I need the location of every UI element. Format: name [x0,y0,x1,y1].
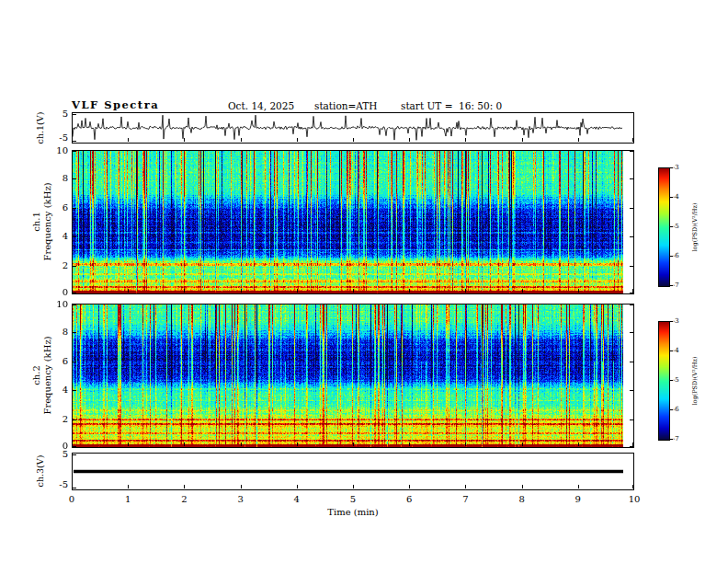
colorbar-tick-mark [670,409,673,410]
x-tick-mark [409,289,410,293]
y-tick-mark [630,332,633,333]
x-tick-mark [465,289,466,293]
x-tick-mark [241,138,242,142]
y-tick-mark [73,362,76,362]
y-tick-mark [73,266,76,267]
x-tick-mark [578,442,579,446]
figure-title: VLF Spectra [72,98,159,111]
freq-tick-label: 6 [51,356,68,367]
colorbar-tick-label: -5 [673,376,679,384]
ch2-colorbar-label: log(PSD)(V²/Hz) [692,357,699,406]
colorbar-tick-label: -4 [673,193,679,201]
x-tick-label: 5 [344,494,362,505]
ch1-spec-ylabel: ch.1 Frequency (kHz) [31,182,52,260]
ch1-wave-ylabel: ch.1(V) [36,112,46,144]
x-tick-mark [128,138,129,142]
x-tick-mark [522,485,523,488]
y-tick-mark [73,236,76,237]
x-tick-label: 0 [63,494,81,505]
x-tick-mark [128,485,129,488]
freq-tick-label: 10 [51,299,68,310]
x-tick-mark [578,138,579,142]
freq-tick-label: 2 [51,260,68,271]
ch2-spectrogram-panel [72,304,634,448]
ch2-colorbar-canvas [659,322,669,440]
colorbar-tick-mark [670,350,673,351]
freq-tick-label: 0 [51,287,68,298]
y-tick-mark [630,151,633,152]
ch1-spectrogram-panel [72,150,634,294]
x-tick-mark [409,485,410,488]
x-tick-mark [184,289,185,293]
ch1-wave-ymax-label: 5 [46,109,68,120]
x-tick-mark [184,442,185,446]
ch2-spec-ylabel-line2: Frequency (kHz) [41,336,52,414]
y-tick-mark [630,236,633,237]
x-tick-mark [632,485,633,488]
ch1-colorbar-canvas [659,168,669,286]
x-tick-mark [241,442,242,446]
x-tick-mark [522,289,523,293]
x-tick-mark [297,485,298,488]
colorbar-tick-mark [670,256,673,257]
colorbar-tick-label: -4 [673,347,679,354]
x-tick-mark [241,485,242,488]
x-tick-label: 6 [400,494,418,505]
colorbar-tick-label: -7 [673,435,679,442]
ch1-colorbar-label: log(PSD)(V²/Hz) [692,203,699,252]
y-tick-mark [73,304,76,305]
freq-tick-label: 8 [51,327,68,338]
y-tick-mark [73,488,76,488]
y-tick-mark [630,293,633,293]
x-tick-mark [241,289,242,293]
x-tick-label: 1 [119,494,137,505]
y-tick-mark [73,293,76,293]
x-tick-mark [465,485,466,488]
colorbar-tick-label: -6 [673,252,679,259]
ch2-spec-ylabel-line1: ch.2 [31,336,42,414]
freq-tick-label: 0 [51,441,68,452]
ch2-spectrogram-canvas [73,304,633,447]
x-tick-mark [353,138,354,142]
freq-tick-label: 6 [51,202,68,213]
y-tick-mark [630,419,633,420]
x-tick-mark [409,138,410,142]
colorbar-tick-label: -3 [673,317,679,325]
ch3-wave-ylabel: ch.3(V) [36,455,46,488]
y-tick-mark [73,454,76,455]
freq-tick-label: 8 [51,173,68,184]
x-tick-mark [353,442,354,446]
y-tick-mark [630,208,633,209]
ch1-wave-ymin-label: -5 [46,132,68,144]
y-tick-mark [73,178,76,179]
colorbar-tick-mark [670,226,673,227]
x-tick-mark [522,138,523,142]
y-tick-mark [73,141,76,142]
colorbar-tick-label: -6 [673,406,679,413]
y-tick-mark [73,151,76,152]
ch1-colorbar [658,167,670,287]
x-tick-label: 3 [232,494,250,505]
colorbar-tick-label: -5 [673,223,679,230]
x-tick-mark [297,138,298,142]
x-tick-mark [297,442,298,446]
x-tick-mark [409,442,410,446]
x-tick-label: 7 [456,494,474,505]
start-ut-label: start UT = 16: 50: 0 [401,100,502,111]
ch1-spec-ylabel-line2: Frequency (kHz) [41,182,52,260]
y-tick-mark [73,332,76,333]
x-tick-mark [578,289,579,293]
colorbar-tick-mark [670,439,673,440]
x-tick-mark [353,289,354,293]
colorbar-tick-mark [670,321,673,322]
y-tick-mark [73,419,76,420]
x-tick-mark [128,442,129,446]
y-tick-mark [630,178,633,179]
freq-tick-label: 2 [51,414,68,425]
y-tick-mark [73,208,76,209]
ch2-colorbar [658,321,670,441]
x-tick-label: 4 [288,494,306,505]
ch1-spec-ylabel-line1: ch.1 [31,182,42,260]
x-tick-mark [522,442,523,446]
colorbar-tick-mark [670,285,673,286]
